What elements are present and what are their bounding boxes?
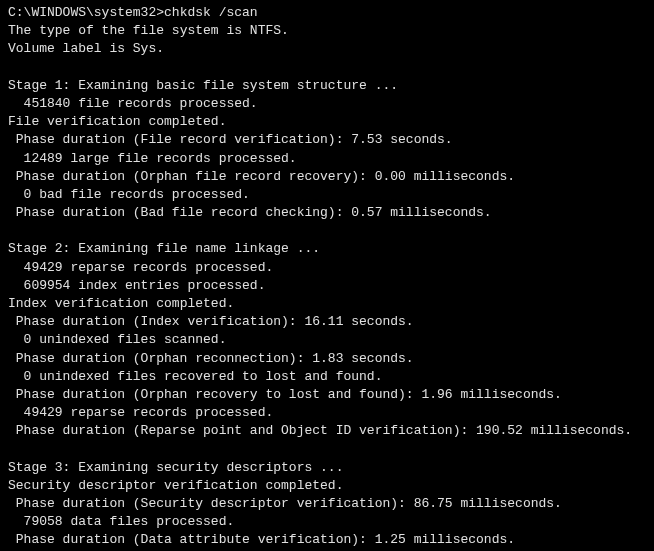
stage1-large-files: 12489 large file records processed.	[8, 150, 646, 168]
stage2-reparse2: 49429 reparse records processed.	[8, 404, 646, 422]
prompt-line: C:\WINDOWS\system32>chkdsk /scan	[8, 4, 646, 22]
stage2-title: Stage 2: Examining file name linkage ...	[8, 240, 646, 258]
stage1-phase-orphan: Phase duration (Orphan file record recov…	[8, 168, 646, 186]
stage3-phase-sec: Phase duration (Security descriptor veri…	[8, 495, 646, 513]
stage1-file-records: 451840 file records processed.	[8, 95, 646, 113]
stage1-phase-file-record: Phase duration (File record verification…	[8, 131, 646, 149]
stage1-phase-bad: Phase duration (Bad file record checking…	[8, 204, 646, 222]
stage2-phase-reparse: Phase duration (Reparse point and Object…	[8, 422, 646, 440]
stage2-unindexed: 0 unindexed files scanned.	[8, 331, 646, 349]
stage2-phase-orphan-reconn: Phase duration (Orphan reconnection): 1.…	[8, 350, 646, 368]
fs-type-line: The type of the file system is NTFS.	[8, 22, 646, 40]
volume-label-line: Volume label is Sys.	[8, 40, 646, 58]
blank-line	[8, 59, 646, 77]
stage3-sec-verif: Security descriptor verification complet…	[8, 477, 646, 495]
prompt-path: C:\WINDOWS\system32>	[8, 5, 164, 20]
stage2-unindexed-recovered: 0 unindexed files recovered to lost and …	[8, 368, 646, 386]
stage2-index: 609954 index entries processed.	[8, 277, 646, 295]
stage2-phase-orphan-lost: Phase duration (Orphan recovery to lost …	[8, 386, 646, 404]
stage2-phase-index: Phase duration (Index verification): 16.…	[8, 313, 646, 331]
stage1-file-verif: File verification completed.	[8, 113, 646, 131]
stage1-title: Stage 1: Examining basic file system str…	[8, 77, 646, 95]
stage3-phase-data: Phase duration (Data attribute verificat…	[8, 531, 646, 549]
stage2-index-verif: Index verification completed.	[8, 295, 646, 313]
blank-line	[8, 441, 646, 459]
prompt-command: chkdsk /scan	[164, 5, 258, 20]
blank-line	[8, 222, 646, 240]
stage3-data-files: 79058 data files processed.	[8, 513, 646, 531]
stage2-reparse: 49429 reparse records processed.	[8, 259, 646, 277]
stage3-title: Stage 3: Examining security descriptors …	[8, 459, 646, 477]
stage1-bad-files: 0 bad file records processed.	[8, 186, 646, 204]
